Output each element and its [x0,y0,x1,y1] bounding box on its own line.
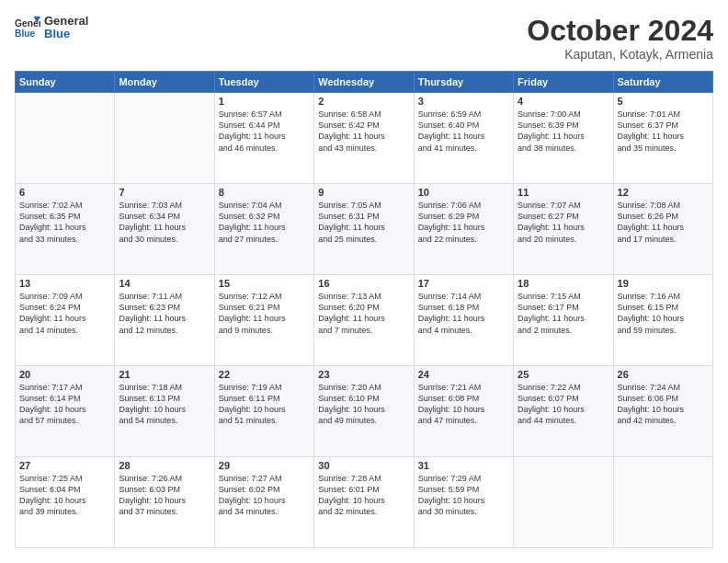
day-number: 6 [19,187,110,198]
location: Kaputan, Kotayk, Armenia [527,47,713,62]
header: General Blue General Blue October 2024 K… [15,15,713,62]
day-number: 1 [219,96,310,107]
calendar-cell: 22Sunrise: 7:19 AM Sunset: 6:11 PM Dayli… [214,366,313,457]
day-number: 4 [518,96,609,107]
cell-info: Sunrise: 7:16 AM Sunset: 6:15 PM Dayligh… [618,291,709,336]
calendar-page: General Blue General Blue October 2024 K… [0,0,728,563]
calendar-cell: 4Sunrise: 7:00 AM Sunset: 6:39 PM Daylig… [514,93,613,184]
weekday-tuesday: Tuesday [214,72,313,93]
day-number: 16 [318,278,409,289]
calendar-cell: 1Sunrise: 6:57 AM Sunset: 6:44 PM Daylig… [214,93,313,184]
cell-info: Sunrise: 7:07 AM Sunset: 6:27 PM Dayligh… [518,200,609,245]
calendar-cell: 17Sunrise: 7:14 AM Sunset: 6:18 PM Dayli… [414,275,513,366]
day-number: 26 [618,369,709,380]
day-number: 25 [518,369,609,380]
day-number: 23 [318,369,409,380]
calendar-cell: 28Sunrise: 7:26 AM Sunset: 6:03 PM Dayli… [115,457,214,548]
cell-info: Sunrise: 7:28 AM Sunset: 6:01 PM Dayligh… [318,473,409,518]
cell-info: Sunrise: 7:12 AM Sunset: 6:21 PM Dayligh… [219,291,310,336]
weekday-header-row: SundayMondayTuesdayWednesdayThursdayFrid… [16,72,713,93]
calendar-cell: 11Sunrise: 7:07 AM Sunset: 6:27 PM Dayli… [514,184,613,275]
calendar-cell: 26Sunrise: 7:24 AM Sunset: 6:06 PM Dayli… [613,366,712,457]
calendar-cell [613,457,712,548]
calendar-row-2: 6Sunrise: 7:02 AM Sunset: 6:35 PM Daylig… [16,184,713,275]
calendar-cell [16,93,115,184]
cell-info: Sunrise: 7:17 AM Sunset: 6:14 PM Dayligh… [19,382,110,427]
logo: General Blue General Blue [15,15,88,41]
day-number: 10 [418,187,509,198]
cell-info: Sunrise: 6:57 AM Sunset: 6:44 PM Dayligh… [219,109,310,154]
calendar-cell: 20Sunrise: 7:17 AM Sunset: 6:14 PM Dayli… [16,366,115,457]
day-number: 30 [318,460,409,471]
day-number: 13 [19,278,110,289]
cell-info: Sunrise: 7:24 AM Sunset: 6:06 PM Dayligh… [618,382,709,427]
cell-info: Sunrise: 7:03 AM Sunset: 6:34 PM Dayligh… [119,200,210,245]
svg-text:Blue: Blue [15,29,36,40]
day-number: 21 [119,369,210,380]
calendar-cell: 18Sunrise: 7:15 AM Sunset: 6:17 PM Dayli… [514,275,613,366]
calendar-cell: 13Sunrise: 7:09 AM Sunset: 6:24 PM Dayli… [16,275,115,366]
cell-info: Sunrise: 7:08 AM Sunset: 6:26 PM Dayligh… [618,200,709,245]
calendar-cell: 21Sunrise: 7:18 AM Sunset: 6:13 PM Dayli… [115,366,214,457]
day-number: 14 [119,278,210,289]
cell-info: Sunrise: 7:26 AM Sunset: 6:03 PM Dayligh… [119,473,210,518]
weekday-monday: Monday [115,72,214,93]
calendar-cell: 19Sunrise: 7:16 AM Sunset: 6:15 PM Dayli… [613,275,712,366]
calendar-cell: 3Sunrise: 6:59 AM Sunset: 6:40 PM Daylig… [414,93,513,184]
calendar-cell: 24Sunrise: 7:21 AM Sunset: 6:08 PM Dayli… [414,366,513,457]
calendar-cell: 9Sunrise: 7:05 AM Sunset: 6:31 PM Daylig… [314,184,414,275]
weekday-friday: Friday [514,72,613,93]
day-number: 15 [219,278,310,289]
day-number: 2 [318,96,409,107]
cell-info: Sunrise: 7:21 AM Sunset: 6:08 PM Dayligh… [418,382,509,427]
day-number: 29 [219,460,310,471]
day-number: 7 [119,187,210,198]
cell-info: Sunrise: 7:18 AM Sunset: 6:13 PM Dayligh… [119,382,210,427]
day-number: 3 [418,96,509,107]
calendar-cell: 31Sunrise: 7:29 AM Sunset: 5:59 PM Dayli… [414,457,513,548]
cell-info: Sunrise: 7:22 AM Sunset: 6:07 PM Dayligh… [518,382,609,427]
day-number: 17 [418,278,509,289]
cell-info: Sunrise: 7:15 AM Sunset: 6:17 PM Dayligh… [518,291,609,336]
day-number: 31 [418,460,509,471]
weekday-saturday: Saturday [613,72,712,93]
day-number: 5 [618,96,709,107]
weekday-sunday: Sunday [16,72,115,93]
cell-info: Sunrise: 7:11 AM Sunset: 6:23 PM Dayligh… [119,291,210,336]
calendar-row-1: 1Sunrise: 6:57 AM Sunset: 6:44 PM Daylig… [16,93,713,184]
logo-general: General [44,15,88,28]
title-block: October 2024 Kaputan, Kotayk, Armenia [527,15,713,62]
calendar-cell: 7Sunrise: 7:03 AM Sunset: 6:34 PM Daylig… [115,184,214,275]
day-number: 8 [219,187,310,198]
cell-info: Sunrise: 7:13 AM Sunset: 6:20 PM Dayligh… [318,291,409,336]
weekday-thursday: Thursday [414,72,513,93]
day-number: 27 [19,460,110,471]
cell-info: Sunrise: 7:25 AM Sunset: 6:04 PM Dayligh… [19,473,110,518]
calendar-cell: 10Sunrise: 7:06 AM Sunset: 6:29 PM Dayli… [414,184,513,275]
calendar-cell: 12Sunrise: 7:08 AM Sunset: 6:26 PM Dayli… [613,184,712,275]
calendar-cell: 5Sunrise: 7:01 AM Sunset: 6:37 PM Daylig… [613,93,712,184]
cell-info: Sunrise: 7:05 AM Sunset: 6:31 PM Dayligh… [318,200,409,245]
calendar-cell [514,457,613,548]
calendar-row-4: 20Sunrise: 7:17 AM Sunset: 6:14 PM Dayli… [16,366,713,457]
weekday-wednesday: Wednesday [314,72,414,93]
cell-info: Sunrise: 7:06 AM Sunset: 6:29 PM Dayligh… [418,200,509,245]
logo-blue: Blue [44,28,88,40]
calendar-cell: 27Sunrise: 7:25 AM Sunset: 6:04 PM Dayli… [16,457,115,548]
day-number: 24 [418,369,509,380]
cell-info: Sunrise: 7:20 AM Sunset: 6:10 PM Dayligh… [318,382,409,427]
calendar-row-3: 13Sunrise: 7:09 AM Sunset: 6:24 PM Dayli… [16,275,713,366]
calendar-row-5: 27Sunrise: 7:25 AM Sunset: 6:04 PM Dayli… [16,457,713,548]
cell-info: Sunrise: 7:01 AM Sunset: 6:37 PM Dayligh… [618,109,709,154]
calendar-table: SundayMondayTuesdayWednesdayThursdayFrid… [15,71,713,548]
cell-info: Sunrise: 7:02 AM Sunset: 6:35 PM Dayligh… [19,200,110,245]
cell-info: Sunrise: 6:59 AM Sunset: 6:40 PM Dayligh… [418,109,509,154]
calendar-cell: 23Sunrise: 7:20 AM Sunset: 6:10 PM Dayli… [314,366,414,457]
calendar-cell: 6Sunrise: 7:02 AM Sunset: 6:35 PM Daylig… [16,184,115,275]
calendar-cell: 16Sunrise: 7:13 AM Sunset: 6:20 PM Dayli… [314,275,414,366]
logo-icon: General Blue [15,15,40,40]
cell-info: Sunrise: 7:09 AM Sunset: 6:24 PM Dayligh… [19,291,110,336]
day-number: 28 [119,460,210,471]
calendar-cell: 15Sunrise: 7:12 AM Sunset: 6:21 PM Dayli… [214,275,313,366]
calendar-cell: 30Sunrise: 7:28 AM Sunset: 6:01 PM Dayli… [314,457,414,548]
